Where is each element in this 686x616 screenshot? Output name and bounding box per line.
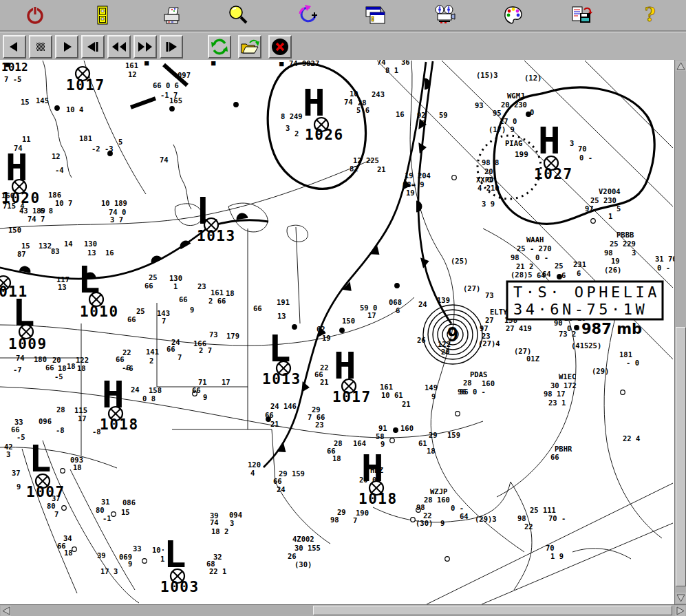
station-text: 1 — [608, 212, 612, 220]
station-text: 19 — [406, 189, 415, 197]
vertical-scroll-thumb[interactable] — [676, 327, 686, 586]
rewind-button[interactable] — [107, 35, 131, 59]
windows-button[interactable] — [361, 1, 389, 29]
pressure-value: 1027 — [534, 166, 573, 182]
station-text: ■ — [211, 60, 216, 67]
station-text: 66 — [273, 477, 282, 485]
station-text: 1 — [173, 282, 178, 290]
station-text: 16 — [105, 248, 114, 257]
step-last-button[interactable] — [160, 35, 183, 59]
vertical-scrollbar[interactable] — [674, 60, 686, 604]
rotate-redo-button[interactable] — [293, 1, 321, 29]
station-text: 18 2 — [211, 527, 228, 535]
play-reverse-button[interactable] — [3, 35, 26, 59]
station-text: 5 — [118, 138, 122, 146]
station-text: 66 — [253, 304, 262, 312]
triangle-right-icon — [59, 41, 74, 52]
station-text: 27 419 — [506, 324, 532, 332]
station-text: 20 230 — [501, 100, 527, 109]
station-text: 3 — [6, 450, 10, 458]
station-text: 4Z002 — [292, 535, 314, 543]
scroll-down-button[interactable] — [676, 593, 686, 603]
station-text: 74 — [160, 156, 169, 164]
double-triangle-right-icon — [138, 41, 153, 52]
scroll-left-button[interactable] — [1, 606, 11, 616]
station-circle — [394, 428, 398, 433]
open-folder-button[interactable] — [238, 35, 261, 59]
file-cabinet-button[interactable] — [89, 1, 116, 29]
station-text: 71 — [198, 378, 207, 386]
print-button[interactable] — [158, 1, 185, 29]
pressure-value: 1011 — [0, 284, 28, 300]
save-convert-button[interactable] — [568, 1, 595, 29]
pressure-value: 1017 — [332, 389, 372, 405]
close-button[interactable] — [268, 35, 292, 59]
station-text: 30 172 — [550, 381, 577, 390]
station-circle — [390, 438, 395, 443]
horizontal-scrollbar[interactable] — [0, 604, 686, 616]
station-text: 66 — [116, 355, 125, 363]
station-text: ELTY — [490, 308, 508, 316]
station-text: 10 61 — [381, 391, 403, 399]
station-text: 25 230 — [590, 196, 617, 204]
power-button[interactable] — [21, 1, 49, 29]
station-text: 08= 9 — [403, 180, 425, 189]
station-text: 24 — [418, 300, 427, 308]
pressure-value: 1007 — [26, 484, 65, 500]
station-text: 95 — [493, 109, 502, 117]
zoom-button[interactable] — [224, 1, 252, 29]
station-text: 22 — [524, 522, 533, 531]
station-circle — [170, 107, 175, 111]
station-text: 74 7 — [28, 215, 45, 223]
station-text: W1EC — [559, 372, 576, 381]
station-text: 179 — [226, 332, 239, 340]
station-text: 7 — [178, 353, 182, 361]
station-text: -5 — [17, 433, 25, 441]
station-text: 66 0 6 — [153, 81, 179, 89]
station-text: (30) — [294, 560, 312, 569]
windows-icon — [363, 4, 387, 26]
station-text: -2 -3 — [92, 145, 114, 153]
station-text: 086 — [122, 498, 136, 507]
station-text: ■ — [279, 60, 284, 67]
scroll-up-button[interactable] — [676, 61, 686, 71]
station-text: 158 — [149, 386, 162, 394]
station-text: PDAS — [470, 370, 487, 379]
fast-forward-button[interactable] — [133, 35, 157, 59]
station-text: 19 — [322, 334, 331, 342]
station-text: PIAG — [505, 139, 522, 147]
station-circle — [452, 176, 457, 180]
station-text: 23 — [315, 421, 324, 429]
station-text: 096 — [39, 417, 52, 425]
station-text: ■ — [6, 60, 10, 68]
station-text: 17 0 — [500, 117, 517, 125]
station-text: 161 — [211, 288, 224, 297]
station-circle — [591, 219, 596, 224]
animation-button[interactable] — [430, 1, 458, 29]
station-text: 9 — [203, 393, 207, 401]
horizontal-scroll-thumb[interactable] — [313, 606, 672, 615]
station-text: (12) — [524, 74, 542, 82]
station-text: 66 — [179, 295, 188, 304]
play-forward-button[interactable] — [55, 35, 78, 59]
refresh-button[interactable] — [208, 35, 231, 59]
station-text: PBHR — [555, 445, 572, 453]
scroll-right-button[interactable] — [675, 606, 685, 616]
stop-button[interactable] — [29, 35, 52, 59]
station-text: 9 — [421, 119, 425, 127]
palette-button[interactable] — [500, 1, 527, 29]
refresh-arrows-icon — [210, 37, 229, 56]
station-text: 0 8 — [142, 394, 156, 403]
station-text: 0 - — [451, 504, 464, 512]
station-text: 149 — [425, 383, 438, 392]
step-first-button[interactable] — [81, 35, 105, 59]
station-text: 98 — [517, 514, 526, 522]
station-text: 25 — [136, 307, 145, 315]
station-text: 16 — [396, 110, 405, 118]
help-button[interactable]: ? — [636, 1, 664, 29]
station-text: (41525) — [571, 341, 601, 350]
station-text: 22 4 — [623, 434, 640, 443]
movie-projector-icon — [432, 4, 455, 26]
station-text: 7 — [54, 510, 58, 518]
station-text: 9 — [431, 392, 436, 401]
